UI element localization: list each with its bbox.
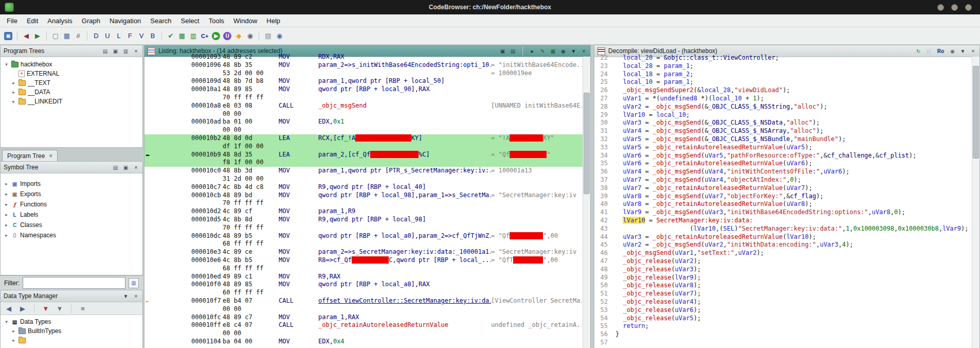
bytes-icon[interactable]: # bbox=[73, 31, 83, 41]
listing-row[interactable]: 000010d24c 89 cfMOVparam_1,R9 bbox=[144, 207, 583, 216]
tree-item-functions[interactable]: ▸ƒFunctions bbox=[1, 199, 142, 210]
decompiler-line[interactable]: 56} bbox=[594, 330, 972, 339]
listing-byte-row[interactable]: 68 ff ff ff bbox=[144, 265, 583, 273]
menu-arrow-icon[interactable]: ▼ bbox=[959, 48, 966, 55]
collapse-all-icon[interactable]: ≡ bbox=[78, 303, 88, 314]
tree-item-text[interactable]: ▸__TEXT bbox=[1, 78, 142, 88]
tree-item-classes[interactable]: ▸CClasses bbox=[1, 220, 142, 230]
decompiler-line[interactable]: 45 uVar2 = _objc_msgSend(uVar2,"initWith… bbox=[594, 241, 972, 249]
forward-icon[interactable]: ▶ bbox=[17, 303, 28, 314]
ro-label[interactable]: Ro bbox=[936, 48, 946, 55]
decompiler-line[interactable]: 44 uVar3 = _objc_retainAutoreleasedRetur… bbox=[594, 233, 972, 241]
listing-row[interactable]: 000010e34c 89 ceMOVparam_2=>s_SecretMana… bbox=[144, 248, 583, 256]
tree-item-data-types[interactable]: ▾▤Data Types bbox=[1, 317, 142, 326]
letter-b-icon[interactable]: B bbox=[148, 31, 158, 41]
letter-d-icon[interactable]: D bbox=[91, 31, 101, 41]
listing-byte-row[interactable]: 68 ff ff ff bbox=[144, 240, 583, 248]
decompiler-line[interactable]: 26 _objc_msgSendSuper2(&local_28,"viewDi… bbox=[594, 86, 972, 95]
listing-byte-row[interactable]: df 1f 00 00 bbox=[144, 143, 583, 151]
menu-arrow-icon[interactable]: ▼ bbox=[122, 293, 129, 300]
listing-byte-row[interactable]: 00 00 bbox=[144, 126, 583, 134]
decompiler-line[interactable]: 27 uVar1 = *(undefined8 *)(local_10 + 1)… bbox=[594, 95, 972, 103]
expander-icon[interactable]: ▸ bbox=[11, 99, 16, 104]
letter-l-icon[interactable]: L bbox=[114, 31, 124, 41]
close-icon[interactable]: × bbox=[970, 48, 976, 55]
expander-icon[interactable]: ▸ bbox=[4, 222, 9, 228]
listing-byte-row[interactable]: 70 ff ff ff bbox=[144, 224, 583, 232]
filter-icon[interactable]: ▼ bbox=[55, 303, 65, 314]
menu-select[interactable]: Select bbox=[176, 15, 204, 26]
expander-icon[interactable]: ▾ bbox=[4, 62, 9, 67]
minimize-button[interactable] bbox=[937, 4, 944, 11]
decompiler-line[interactable]: 22 local_20 = &objc::class_t::ViewContro… bbox=[594, 54, 972, 62]
film-icon[interactable]: ▤ bbox=[263, 31, 273, 41]
menu-navigation[interactable]: Navigation bbox=[105, 15, 146, 26]
class-wizard-icon[interactable]: C+ bbox=[199, 31, 210, 41]
listing-row[interactable]: ►►000010b948 8d 35LEAparam_2,[cf_Qf %C]=… bbox=[144, 151, 583, 159]
listing-row[interactable]: 0000109d48 8b 7d b8MOVparam_1,qword ptr … bbox=[144, 77, 583, 85]
decompiler-line[interactable]: 29 lVar10 = local_10; bbox=[594, 111, 972, 119]
decompiler-line[interactable]: 54 _objc_release(uVar5); bbox=[594, 315, 972, 323]
decompiler-line[interactable]: 25 local_10 = param_1; bbox=[594, 78, 972, 86]
decompiler-line[interactable]: 47 _objc_release(uVar2); bbox=[594, 257, 972, 266]
decompiler-line[interactable]: 48 _objc_release(uVar3); bbox=[594, 266, 972, 274]
program-trees-header[interactable]: Program Trees ▤▣▥× bbox=[1, 45, 142, 57]
listing-row[interactable]: 000010f048 89 85MOVqword ptr [RBP + loca… bbox=[144, 281, 583, 289]
letter-u-icon[interactable]: U bbox=[102, 31, 113, 41]
decompiler-line[interactable]: 43 (lVar10,(SEL)"SecretManager:key:iv:da… bbox=[594, 225, 972, 233]
expander-icon[interactable]: ▸ bbox=[4, 181, 9, 186]
close-icon[interactable]: × bbox=[133, 164, 139, 171]
check-icon[interactable]: ✔ bbox=[166, 31, 176, 41]
nav-back-icon[interactable]: ◀ bbox=[21, 31, 31, 41]
tree-item-labels[interactable]: ▸LLabels bbox=[1, 210, 142, 220]
tree-item-namespaces[interactable]: ▸()Namespaces bbox=[1, 230, 142, 240]
filter-edit-icon[interactable]: ▼ bbox=[41, 303, 51, 314]
listing-row[interactable]: 000010adba 01 00MOVEDX,0x1 bbox=[144, 118, 583, 126]
menu-tools[interactable]: Tools bbox=[204, 15, 229, 26]
listing-row[interactable]: 000010ffe8 c4 07CALL_objc_retainAutorele… bbox=[144, 321, 583, 329]
decompiler-line[interactable]: 40 uVar8 = _objc_retainAutoreleasedRetur… bbox=[594, 200, 972, 208]
diamond-icon[interactable]: ◆ bbox=[233, 31, 244, 41]
listing-row[interactable]: 000010a148 89 85MOVqword ptr [RBP + loca… bbox=[144, 85, 583, 94]
structure-icon[interactable]: ▥ bbox=[188, 31, 198, 41]
listing-row[interactable]: 000010c74c 8b 4d c8MOVR9,qword ptr [RBP … bbox=[144, 183, 583, 192]
windows-icon[interactable]: ▤ bbox=[102, 48, 108, 55]
menu-file[interactable]: File bbox=[2, 15, 22, 26]
listing-byte-row[interactable]: 00 00 bbox=[144, 305, 583, 314]
listing-row[interactable]: 000010fc48 89 c7MOVparam_1,RAX bbox=[144, 314, 583, 322]
snapshot-icon[interactable]: ◉ bbox=[949, 48, 956, 55]
listing-byte-row[interactable]: 70 ff ff ff bbox=[144, 94, 583, 102]
tree-item-data[interactable]: ▸__DATA bbox=[1, 88, 142, 97]
expander-icon[interactable]: ▸ bbox=[11, 90, 16, 95]
letter-f-icon[interactable]: F bbox=[125, 31, 135, 41]
listing-row[interactable]: 000010a8e8 03 08CALL_objc_msgSend[UNNAME… bbox=[144, 102, 583, 110]
camera-icon[interactable]: ◉ bbox=[274, 31, 284, 41]
expander-icon[interactable]: ▸ bbox=[4, 233, 9, 238]
decompiler-line[interactable]: 50 _objc_release(uVar8); bbox=[594, 282, 972, 290]
listing-row[interactable]: 000010cb48 89 bdMOVqword ptr [RBP + loca… bbox=[144, 192, 583, 200]
decompiler-view[interactable]: 22 local_20 = &objc::class_t::ViewContro… bbox=[594, 54, 972, 345]
listing-row[interactable]: 000010c048 8b 3dMOVparam_1,qword ptr [PT… bbox=[144, 167, 583, 175]
filter-columns-icon[interactable]: ▥ bbox=[129, 278, 139, 288]
tree-item-linkedit[interactable]: ▸__LINKEDIT bbox=[1, 97, 142, 106]
decompiler-line[interactable]: 33 uVar5 = _objc_retainAutoreleasedRetur… bbox=[594, 144, 972, 152]
decompiler-line[interactable]: 34 uVar6 = _objc_msgSend(uVar5,"pathForR… bbox=[594, 152, 972, 160]
tree-item-external[interactable]: ×EXTERNAL bbox=[1, 69, 142, 78]
listing-row[interactable]: 0000109348 89 c2MOVRDX,RAX bbox=[144, 53, 583, 61]
decompiler-line[interactable]: 35 uVar6 = _objc_retainAutoreleasedRetur… bbox=[594, 160, 972, 168]
menu-edit[interactable]: Edit bbox=[22, 15, 43, 26]
listing-row[interactable]: ►000010f7e8 b4 07CALLoffset ViewControll… bbox=[144, 297, 583, 305]
pin-icon[interactable]: ▣ bbox=[122, 164, 129, 171]
decompiler-line[interactable]: 57 bbox=[594, 339, 972, 345]
undefined-icon[interactable]: U bbox=[223, 32, 231, 40]
listing-byte-row[interactable]: 60 ff ff ff bbox=[144, 289, 583, 297]
listing-byte-row[interactable]: f8 1f 00 00 bbox=[144, 159, 583, 167]
listing-row[interactable]: 00001104ba 04 00MOVEDX,0x4 bbox=[144, 338, 583, 344]
decompiler-line[interactable]: 28 uVar2 = _objc_msgSend(&_OBJC_CLASS_$_… bbox=[594, 103, 972, 111]
tree-item-hackthebox[interactable]: ▾hackthebox bbox=[1, 60, 142, 69]
menu-help[interactable]: Help bbox=[262, 15, 285, 26]
expander-icon[interactable]: ▸ bbox=[4, 202, 9, 207]
memory-map-icon[interactable]: ▦ bbox=[62, 31, 72, 41]
tree-item-folder[interactable]: ▸ bbox=[1, 336, 142, 345]
menu-analysis[interactable]: Analysis bbox=[43, 15, 77, 26]
